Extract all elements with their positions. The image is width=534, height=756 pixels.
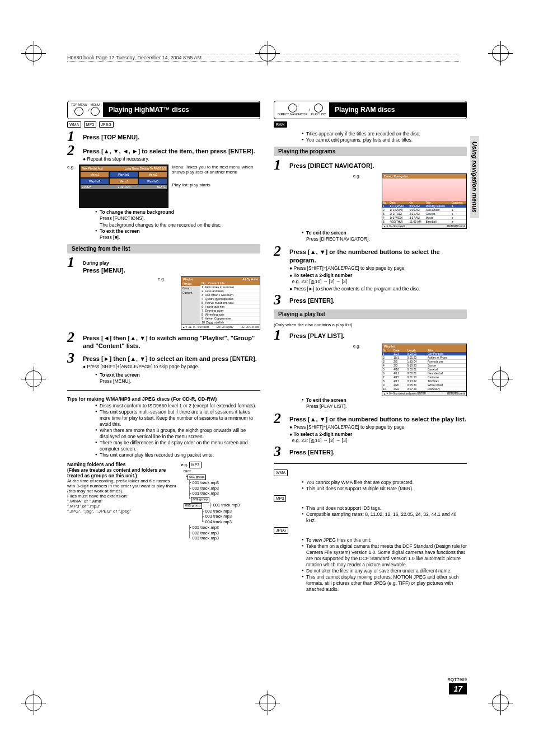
eg-label: e.g. — [353, 344, 360, 349]
reg-mark-icon — [25, 45, 42, 62]
playlist-screen-thumbnail: Playlist No.DateLengthTitle 111/10:00:01… — [382, 344, 467, 396]
section-tab-label: Using navigation menus — [470, 136, 479, 218]
direct-navigator-thumbnail: Direct Navigator No.DateOnTitleContents … — [382, 173, 467, 229]
wma-note: This unit does not support Multiple Bit … — [302, 486, 467, 492]
separator: / — [88, 108, 90, 112]
jpeg-sub-note: Do not alter the files in any way or sav… — [302, 568, 467, 574]
step-number: 2 — [274, 413, 285, 444]
reg-mark-icon — [25, 370, 42, 387]
exit-title: To exit the screen — [100, 372, 140, 378]
wma-badge: WMA — [274, 469, 288, 476]
step-number: 1 — [274, 330, 285, 341]
tip-item: Discs must conform to ISO9660 level 1 or… — [95, 403, 260, 409]
tip-item: This unit supports multi-session but if … — [95, 409, 260, 428]
button-icon — [314, 104, 323, 112]
exit-press: Press [PLAY LIST]. — [306, 403, 346, 409]
step-text: Press [▲, ▼, ◄, ►] to select the item, t… — [83, 145, 255, 162]
ram-note: You cannot edit programs, play lists and… — [302, 137, 467, 143]
source-file-tag: H0680.book Page 17 Tuesday, December 14,… — [67, 54, 459, 62]
change-bg-desc: The background changes to the one record… — [100, 222, 222, 228]
format-badge: WMA — [67, 121, 81, 128]
tip-item: This unit cannot play files recorded usi… — [95, 452, 260, 458]
format-badge: MP3 — [84, 121, 96, 128]
tip-item: When there are more than 8 groups, the e… — [95, 428, 260, 440]
play-list-label: PLAY LIST — [311, 113, 326, 116]
feature-header-ram: DIRECT NAVIGATOR / PLAY LIST Playing RAM… — [274, 101, 467, 119]
step-number: 1 — [67, 131, 78, 143]
direct-nav-label: DIRECT NAVIGATOR — [278, 113, 307, 116]
jpeg-sub-note: Take them on a digital camera that meets… — [302, 543, 467, 568]
exit-press: Press [MENU]. — [100, 378, 131, 384]
step-number: 1 — [274, 159, 285, 171]
change-bg-press: Press [FUNCTIONS]. — [100, 215, 145, 221]
exit-title: To exit the screen — [100, 228, 140, 234]
step-text: During play Press [MENU]. — [83, 257, 125, 274]
naming-body: At the time of recording, prefix folder … — [67, 478, 178, 494]
exit-press: Press [DIRECT NAVIGATOR]. — [306, 236, 370, 242]
eg-label: e.g. — [67, 165, 74, 170]
step-text: Press [▲, ▼] or the numbered buttons to … — [289, 413, 466, 444]
button-icon — [91, 107, 100, 116]
reg-mark-icon — [25, 694, 42, 711]
step-number: 1 — [67, 257, 78, 274]
top-menu-label: TOP MENU — [71, 104, 87, 107]
jpeg-note: This unit cannot display moving pictures… — [302, 574, 467, 593]
button-icon — [74, 107, 83, 116]
step-text: Press [ENTER]. — [289, 446, 335, 458]
reg-mark-icon — [259, 694, 276, 711]
eg-label: e.g. — [158, 276, 165, 281]
reg-mark-icon — [492, 694, 509, 711]
tips-heading: Tips for making WMA/MP3 and JPEG discs (… — [67, 396, 260, 402]
menu-label: MENU — [91, 104, 100, 107]
exit-title: To exit the screen — [306, 230, 346, 236]
jpeg-badge: JPEG — [274, 527, 288, 534]
step-number: 3 — [274, 446, 285, 458]
step-text: Press [TOP MENU]. — [83, 131, 139, 143]
exit-title: To exit the screen — [306, 397, 346, 403]
step-text: Press [◄] then [▲, ▼] to switch among "P… — [83, 332, 260, 350]
step-number: 2 — [67, 145, 78, 162]
step-number: 3 — [67, 353, 78, 370]
selecting-list-header: Selecting from the list — [67, 244, 260, 253]
step-text: Press [▲, ▼] or the numbered buttons to … — [289, 246, 467, 292]
step-number: 2 — [274, 246, 285, 292]
playlist-header: Playing a play list — [274, 309, 467, 319]
ext-line: ".JPG", ".jpg", ".JPEG" or ".jpeg" — [67, 509, 178, 514]
jpeg-lead: To view JPEG files on this unit: — [302, 537, 467, 543]
naming-subtitle: (Files are treated as content and folder… — [67, 467, 178, 478]
reg-mark-icon — [492, 370, 509, 387]
step-number: 2 — [67, 332, 78, 350]
step-text: Press [►] then [▲, ▼] to select an item … — [83, 353, 257, 370]
feature-title: Playing RAM discs — [329, 102, 466, 117]
button-icon — [288, 104, 297, 112]
ram-note: Titles appear only if the titles are rec… — [302, 131, 467, 137]
naming-ext-intro: Files must have the extension: — [67, 494, 178, 499]
ram-badge: RAM — [274, 121, 287, 128]
playlist-thumbnail: Playlist All By Artist Playlist Group Co… — [181, 276, 260, 330]
wma-note: You cannot play WMA files that are copy … — [302, 480, 467, 486]
mp3-note: This unit does not support ID3 tags. — [302, 505, 467, 511]
ext-line: ".WMA" or ".wma" — [67, 499, 178, 504]
playlist-condition: (Only when the disc contains a play list… — [274, 322, 467, 327]
playlist-desc: Play list: play starts — [172, 182, 260, 187]
highmat-menu-thumbnail: New Playlist Add Long Name Display Te PA… — [79, 165, 168, 208]
step-text: Press [ENTER]. — [289, 294, 335, 306]
doc-code: RQT7969 — [447, 677, 467, 682]
exit-press: Press [■]. — [100, 234, 120, 240]
folder-tree: root └001 group ├ 001 track.mp3 ├ 002 tr… — [184, 468, 260, 541]
mp3-note: Compatible sampling rates: 8, 11.02, 12,… — [302, 511, 467, 524]
change-bg-title: To change the menu background — [100, 209, 174, 215]
menu-desc: Menu: Takes you to the next menu which s… — [172, 165, 260, 175]
ext-line: ".MP3" or ".mp3" — [67, 504, 178, 509]
step-text: Press [PLAY LIST]. — [289, 330, 344, 341]
separator: / — [308, 108, 310, 112]
feature-title: Playing HighMAT™ discs — [103, 102, 260, 117]
step-text: Press [DIRECT NAVIGATOR]. — [289, 159, 374, 171]
page-number: 17 — [449, 683, 467, 694]
tip-item: There may be differences in the display … — [95, 440, 260, 452]
naming-heading: Naming folders and files — [67, 462, 178, 467]
mp3-badge: MP3 — [274, 495, 286, 502]
eg-label: e.g. — [353, 173, 360, 179]
reg-mark-icon — [492, 45, 509, 62]
step-number: 3 — [274, 294, 285, 306]
